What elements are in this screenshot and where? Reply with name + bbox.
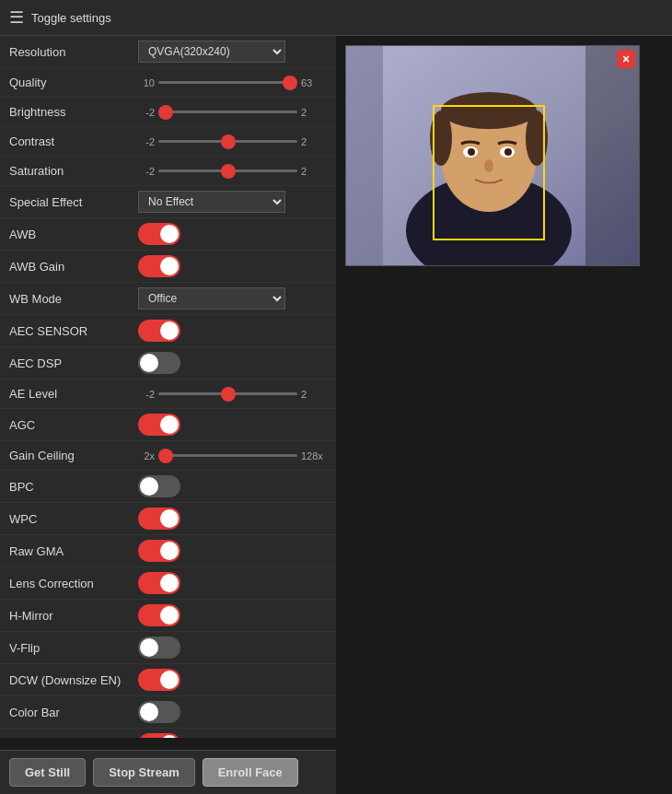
aec-sensor-toggle[interactable] <box>138 320 180 342</box>
wpc-row: WPC <box>0 503 336 535</box>
gain-ceiling-label: Gain Ceiling <box>9 449 138 462</box>
camera-background <box>346 46 639 265</box>
lens-correction-toggle[interactable] <box>138 572 180 594</box>
awb-toggle[interactable] <box>138 223 180 245</box>
contrast-label: Contrast <box>9 134 138 148</box>
contrast-max: 2 <box>301 136 327 147</box>
agc-label: AGC <box>9 418 138 432</box>
aec-sensor-control <box>138 320 327 342</box>
brightness-slider[interactable] <box>158 111 297 113</box>
resolution-select[interactable]: UXGA(1600x1200) SXGA(1280x1024) XGA(1024… <box>138 41 285 63</box>
raw-gma-control <box>138 540 327 562</box>
bpc-label: BPC <box>9 480 138 494</box>
get-still-button[interactable]: Get Still <box>9 758 86 787</box>
brightness-max: 2 <box>301 107 327 118</box>
v-flip-label: V-Flip <box>9 641 138 655</box>
resolution-label: Resolution <box>9 45 138 59</box>
hamburger-icon[interactable]: ☰ <box>9 7 24 28</box>
contrast-min: -2 <box>138 136 155 147</box>
brightness-label: Brightness <box>9 105 138 119</box>
ae-level-label: AE Level <box>9 387 138 401</box>
special-effect-row: Special Effect No Effect Negative Graysc… <box>0 186 336 218</box>
brightness-row: Brightness -2 2 <box>0 98 336 127</box>
settings-scroll[interactable]: Resolution UXGA(1600x1200) SXGA(1280x102… <box>0 36 336 738</box>
camera-preview: × <box>345 45 640 266</box>
awb-gain-toggle[interactable] <box>138 255 180 277</box>
aec-dsp-toggle[interactable] <box>138 352 180 374</box>
saturation-slider[interactable] <box>158 169 297 172</box>
ae-level-slider-container: -2 2 <box>138 389 327 400</box>
special-effect-label: Special Effect <box>9 195 138 209</box>
awb-control <box>138 223 327 245</box>
h-mirror-label: H-Mirror <box>9 609 138 623</box>
ae-level-slider[interactable] <box>158 392 297 395</box>
agc-toggle[interactable] <box>138 414 180 436</box>
agc-row: AGC <box>0 409 336 441</box>
face-detection-toggle[interactable] <box>138 733 180 738</box>
ae-level-row: AE Level -2 2 <box>0 379 336 409</box>
gain-ceiling-row: Gain Ceiling 2x 128x <box>0 441 336 471</box>
svg-point-6 <box>441 92 537 129</box>
h-mirror-toggle[interactable] <box>138 604 180 626</box>
ae-level-max: 2 <box>301 389 327 400</box>
brightness-min: -2 <box>138 107 155 118</box>
svg-rect-1 <box>346 46 383 266</box>
brightness-control: -2 2 <box>138 107 327 118</box>
special-effect-select[interactable]: No Effect Negative Grayscale Red Tint Gr… <box>138 191 285 213</box>
header: ☰ Toggle settings <box>0 0 672 36</box>
bottom-bar: Get Still Stop Stream Enroll Face <box>0 750 336 794</box>
color-bar-toggle[interactable] <box>138 701 180 723</box>
special-effect-control: No Effect Negative Grayscale Red Tint Gr… <box>138 191 327 213</box>
contrast-slider[interactable] <box>158 140 297 143</box>
contrast-row: Contrast -2 2 <box>0 127 336 157</box>
bpc-toggle[interactable] <box>138 475 180 497</box>
face-detection-control <box>138 733 327 738</box>
v-flip-toggle[interactable] <box>138 636 180 659</box>
v-flip-control <box>138 636 327 659</box>
stop-stream-button[interactable]: Stop Stream <box>93 758 195 787</box>
raw-gma-toggle[interactable] <box>138 540 180 562</box>
saturation-row: Saturation -2 2 <box>0 157 336 186</box>
quality-control: 10 63 <box>138 77 327 88</box>
saturation-label: Saturation <box>9 164 138 178</box>
wpc-toggle[interactable] <box>138 508 180 530</box>
quality-slider-container: 10 63 <box>138 77 327 88</box>
ae-level-min: -2 <box>138 389 155 400</box>
wb-mode-label: WB Mode <box>9 292 138 306</box>
camera-panel: × <box>336 36 672 738</box>
color-bar-row: Color Bar <box>0 696 336 729</box>
saturation-slider-container: -2 2 <box>138 166 327 177</box>
wb-mode-select[interactable]: Auto Sunny Cloudy Office Home <box>138 287 285 309</box>
ae-level-control: -2 2 <box>138 389 327 400</box>
awb-row: AWB <box>0 218 336 251</box>
raw-gma-label: Raw GMA <box>9 544 138 558</box>
dcw-control <box>138 669 327 691</box>
h-mirror-row: H-Mirror <box>0 600 336 632</box>
contrast-control: -2 2 <box>138 136 327 147</box>
enroll-face-button[interactable]: Enroll Face <box>203 758 298 787</box>
face-detection-label: Face Detection <box>9 738 138 739</box>
quality-slider[interactable] <box>158 81 297 84</box>
gain-ceiling-slider-container: 2x 128x <box>138 450 327 461</box>
awb-gain-control <box>138 255 327 277</box>
h-mirror-control <box>138 604 327 626</box>
aec-sensor-label: AEC SENSOR <box>9 324 138 338</box>
saturation-max: 2 <box>301 166 327 177</box>
dcw-toggle[interactable] <box>138 669 180 691</box>
quality-label: Quality <box>9 76 138 89</box>
quality-min: 10 <box>138 77 155 88</box>
svg-point-12 <box>504 148 512 156</box>
agc-control <box>138 414 327 436</box>
wb-mode-row: WB Mode Auto Sunny Cloudy Office Home <box>0 283 336 315</box>
gain-ceiling-slider[interactable] <box>158 454 297 457</box>
quality-max: 63 <box>301 77 327 88</box>
camera-close-button[interactable]: × <box>617 50 635 68</box>
dcw-label: DCW (Downsize EN) <box>9 673 138 687</box>
resolution-row: Resolution UXGA(1600x1200) SXGA(1280x102… <box>0 36 336 68</box>
wpc-label: WPC <box>9 512 138 526</box>
raw-gma-row: Raw GMA <box>0 535 336 567</box>
lens-correction-control <box>138 572 327 594</box>
header-title: Toggle settings <box>31 11 111 25</box>
gain-ceiling-control: 2x 128x <box>138 450 327 461</box>
quality-row: Quality 10 63 <box>0 68 336 98</box>
